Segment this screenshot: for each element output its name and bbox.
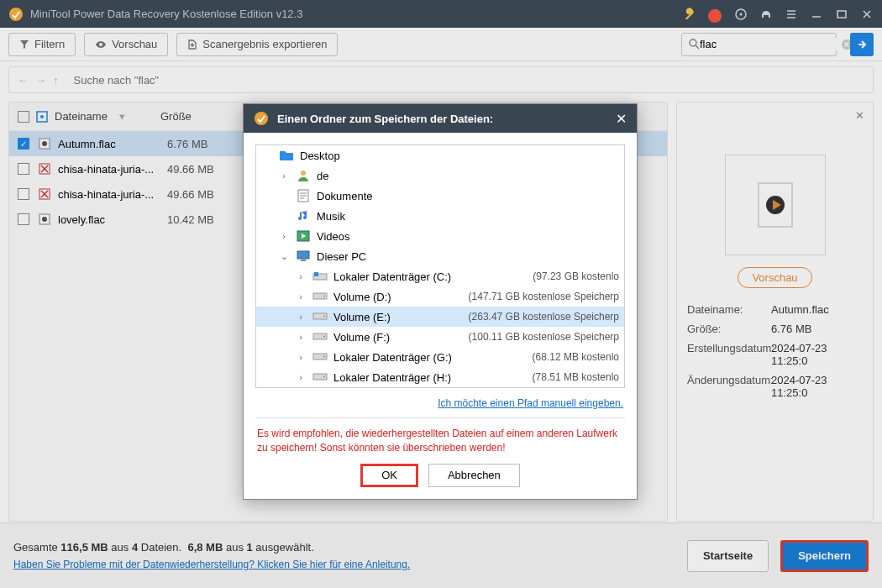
dialog-ok-button[interactable]: OK — [360, 464, 418, 487]
svg-rect-21 — [301, 260, 306, 261]
svg-point-31 — [323, 356, 325, 358]
svg-rect-23 — [314, 272, 318, 276]
expand-icon[interactable]: › — [278, 231, 290, 241]
maximize-icon[interactable] — [835, 8, 848, 21]
tree-node[interactable]: Desktop — [256, 145, 624, 165]
expand-icon[interactable]: › — [295, 312, 307, 322]
tree-node[interactable]: › de — [256, 165, 624, 186]
user-icon — [295, 168, 312, 183]
row-checkbox[interactable]: ✓ — [18, 138, 29, 150]
col-size[interactable]: Größe — [160, 110, 244, 123]
tree-node-label: Videos — [317, 230, 350, 243]
row-checkbox[interactable] — [18, 188, 29, 200]
tree-node[interactable]: › Volume (D:) (147.71 GB kostenlose Spei… — [256, 286, 624, 307]
tree-node[interactable]: › Lokaler Datenträger (H:) (78.51 MB kos… — [256, 367, 624, 387]
tree-node-label: Lokaler Datenträger (H:) — [333, 371, 451, 384]
home-button[interactable]: Startseite — [687, 540, 769, 572]
dialog-warning: Es wird empfohlen, die wiederhergestellt… — [244, 423, 637, 464]
key-icon[interactable] — [684, 8, 697, 21]
expand-icon[interactable]: › — [295, 332, 307, 342]
help-link[interactable]: Haben Sie Probleme mit der Datenwiederhe… — [13, 559, 410, 570]
select-all-checkbox[interactable] — [18, 111, 29, 123]
expand-icon[interactable]: ⌄ — [278, 251, 290, 262]
preview-thumbnail — [725, 155, 826, 255]
file-icon — [38, 213, 51, 226]
nav-up-icon[interactable]: ↑ — [53, 74, 59, 87]
doc-icon — [295, 188, 312, 203]
tree-node[interactable]: › Volume (F:) (100.11 GB kostenlose Spei… — [256, 327, 624, 347]
footer-summary: Gesamte 116,5 MB aus 4 Dateien. 6,8 MB a… — [13, 541, 410, 554]
tree-node-label: Desktop — [300, 150, 340, 162]
menu-icon[interactable] — [785, 8, 798, 21]
headphones-icon[interactable] — [759, 8, 773, 21]
export-button[interactable]: Scanergebnis exportieren — [176, 33, 338, 56]
search-go-button[interactable] — [850, 33, 874, 56]
file-size: 49.66 MB — [167, 163, 214, 176]
svg-point-9 — [42, 141, 47, 146]
tree-node[interactable]: › Lokaler Datenträger (G:) (68.12 MB kos… — [256, 347, 624, 367]
dialog-icon — [254, 111, 269, 126]
file-icon — [38, 162, 51, 176]
tree-node[interactable]: ⌄ Dieser PC — [256, 246, 624, 266]
tree-node-freespace: (263.47 GB kostenlose Speicherp — [469, 311, 619, 323]
row-checkbox[interactable] — [18, 163, 29, 175]
tree-node-label: Dieser PC — [317, 250, 366, 263]
meta-filename-value: Autumn.flac — [771, 303, 863, 316]
expand-icon[interactable]: › — [295, 352, 307, 362]
footer: Gesamte 116,5 MB aus 4 Dateien. 6,8 MB a… — [0, 522, 882, 588]
titlebar: MiniTool Power Data Recovery Kostenlose … — [0, 0, 882, 28]
sort-icon[interactable]: ▾ — [119, 110, 125, 123]
filter-label: Filtern — [34, 38, 65, 50]
svg-point-27 — [323, 316, 325, 318]
preview-open-button[interactable]: Vorschau — [738, 267, 811, 288]
minimize-icon[interactable] — [810, 8, 823, 21]
dialog-close-icon[interactable]: ✕ — [616, 111, 627, 127]
close-icon[interactable] — [860, 8, 874, 21]
app-logo-icon — [8, 7, 24, 22]
tree-node[interactable]: Dokumente — [256, 186, 624, 206]
dialog-cancel-button[interactable]: Abbrechen — [428, 464, 520, 487]
eye-icon — [95, 39, 107, 50]
window-title: MiniTool Power Data Recovery Kostenlose … — [30, 8, 684, 20]
folder-tree[interactable]: Desktop › de Dokumente Musik › Videos ⌄ … — [255, 144, 625, 388]
tree-node[interactable]: › Lokaler Datenträger (C:) (97.23 GB kos… — [256, 266, 624, 286]
filter-button[interactable]: Filtern — [8, 33, 76, 56]
tree-node[interactable]: › Videos — [256, 226, 624, 246]
file-name: chisa-hinata-juria-... — [58, 163, 167, 176]
tree-node-label: Dokumente — [317, 190, 372, 202]
pc-icon — [295, 249, 312, 264]
close-preview-icon[interactable]: ✕ — [855, 109, 864, 122]
meta-created-value: 2024-07-23 11:25:0 — [771, 342, 863, 367]
expand-icon[interactable]: › — [295, 271, 307, 281]
manual-path-link[interactable]: Ich möchte einen Pfad manuell eingeben. — [438, 397, 623, 409]
tree-node-freespace: (68.12 MB kostenlo — [533, 351, 619, 363]
col-name[interactable]: Dateiname — [55, 110, 108, 123]
expand-icon[interactable]: › — [295, 291, 307, 302]
tree-node[interactable]: Musik — [256, 206, 624, 226]
search-input[interactable] — [700, 38, 841, 50]
drive-icon — [312, 329, 328, 344]
preview-button[interactable]: Vorschau — [84, 33, 168, 56]
expand-icon[interactable]: › — [295, 372, 307, 382]
expand-icon[interactable]: › — [278, 171, 290, 181]
search-field[interactable] — [681, 33, 837, 56]
file-name: lovely.flac — [58, 213, 167, 226]
row-checkbox[interactable] — [18, 213, 29, 225]
nav-back-icon[interactable]: ← — [18, 74, 29, 87]
bell-icon[interactable] — [709, 8, 722, 21]
tree-node[interactable]: › Volume (E:) (263.47 GB kostenlose Spei… — [256, 307, 624, 327]
tree-node-freespace: (147.71 GB kostenlose Speicherp — [469, 291, 619, 302]
meta-size-value: 6.76 MB — [771, 323, 863, 335]
tree-node-label: Lokaler Datenträger (G:) — [333, 351, 452, 364]
toolbar: Filtern Vorschau Scanergebnis exportiere… — [0, 28, 882, 61]
file-size: 49.66 MB — [167, 188, 214, 201]
save-folder-dialog: Einen Ordner zum Speichern der Dateien: … — [243, 103, 638, 500]
folder-blue-icon — [278, 148, 295, 163]
disc-icon[interactable] — [734, 8, 748, 21]
save-button[interactable]: Speichern — [780, 540, 869, 572]
nav-forward-icon[interactable]: → — [35, 74, 46, 87]
drive-icon — [312, 370, 328, 385]
file-type-icon — [36, 111, 48, 123]
drive-icon — [312, 349, 328, 365]
svg-rect-3 — [837, 11, 846, 18]
